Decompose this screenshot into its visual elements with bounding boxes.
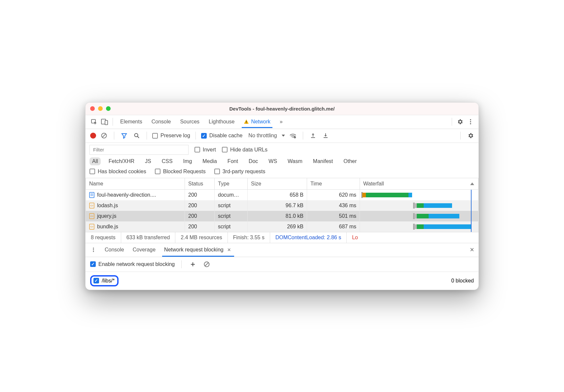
waterfall-cell	[360, 189, 478, 200]
blocked-requests-label: Blocked Requests	[163, 169, 206, 175]
tabs-overflow[interactable]: »	[279, 116, 283, 128]
svg-point-25	[93, 248, 94, 249]
checkbox-icon	[155, 169, 160, 174]
tab-network[interactable]: Network	[243, 116, 271, 128]
invert-checkbox[interactable]: Invert	[194, 147, 216, 153]
third-party-label: 3rd-party requests	[223, 169, 265, 175]
table-row[interactable]: <>lodash.js200script96.7 kB436 ms	[86, 200, 478, 211]
close-drawer-icon[interactable]: ×	[470, 245, 476, 254]
type-filter-ws[interactable]: WS	[266, 157, 280, 165]
svg-rect-4	[246, 123, 247, 123]
kebab-menu-icon[interactable]	[466, 117, 475, 126]
upload-har-icon[interactable]	[308, 131, 318, 140]
search-icon[interactable]	[132, 131, 141, 140]
drawer-tab-blocking-label: Network request blocking	[164, 247, 224, 253]
tab-sources[interactable]: Sources	[179, 116, 200, 128]
type-filter-js[interactable]: JS	[142, 157, 154, 165]
col-waterfall[interactable]: Waterfall	[360, 178, 478, 190]
col-size[interactable]: Size	[248, 178, 307, 190]
type-filter-wasm[interactable]: Wasm	[285, 157, 305, 165]
checkbox-icon	[89, 169, 95, 174]
divider	[113, 118, 113, 126]
type-filter-font[interactable]: Font	[225, 157, 241, 165]
table-row[interactable]: foul-heavenly-direction....200docum…658 …	[86, 189, 478, 200]
tab-console[interactable]: Console	[151, 116, 172, 128]
sort-asc-icon	[470, 182, 474, 185]
preserve-log-checkbox[interactable]: Preserve log	[152, 133, 190, 139]
type-cell: script	[215, 200, 248, 211]
throttling-select[interactable]: No throttling	[248, 133, 285, 139]
size-cell: 81.0 kB	[248, 211, 307, 221]
hide-data-urls-label: Hide data URLs	[230, 147, 267, 153]
toggle-device-icon[interactable]	[100, 117, 109, 126]
blocked-requests-checkbox[interactable]: Blocked Requests	[155, 169, 206, 175]
panel-tabs: Elements Console Sources Lighthouse Netw…	[86, 115, 478, 129]
close-tab-icon[interactable]: ×	[226, 246, 232, 253]
warning-icon	[244, 119, 249, 124]
pattern-checkbox[interactable]	[93, 278, 99, 283]
time-cell: 501 ms	[307, 211, 360, 221]
clear-icon[interactable]	[99, 131, 109, 140]
type-filter-media[interactable]: Media	[200, 157, 220, 165]
time-cell: 687 ms	[307, 221, 360, 232]
drawer-tab-coverage[interactable]: Coverage	[132, 244, 156, 256]
blocking-toolbar: Enable network request blocking	[86, 257, 478, 272]
inspect-element-icon[interactable]	[89, 117, 99, 126]
add-pattern-icon[interactable]	[188, 260, 197, 269]
type-filter-fetch-xhr[interactable]: Fetch/XHR	[106, 157, 137, 165]
drawer-kebab-icon[interactable]	[90, 245, 97, 254]
drawer-tab-blocking[interactable]: Network request blocking ×	[163, 244, 233, 256]
network-settings-icon[interactable]	[466, 131, 475, 140]
pattern-text[interactable]: /libs/*	[102, 278, 115, 284]
type-filter-other[interactable]: Other	[341, 157, 359, 165]
type-cell: script	[215, 211, 248, 221]
remove-all-patterns-icon[interactable]	[202, 260, 211, 269]
type-filter-img[interactable]: Img	[181, 157, 195, 165]
tab-lighthouse[interactable]: Lighthouse	[208, 116, 235, 128]
record-button[interactable]	[90, 133, 96, 139]
hide-data-urls-checkbox[interactable]: Hide data URLs	[222, 147, 267, 153]
type-filter-doc[interactable]: Doc	[246, 157, 261, 165]
download-har-icon[interactable]	[321, 131, 330, 140]
disable-cache-checkbox[interactable]: Disable cache	[201, 133, 243, 139]
col-type[interactable]: Type	[215, 178, 248, 190]
col-waterfall-label: Waterfall	[363, 181, 384, 186]
disable-cache-label: Disable cache	[209, 133, 243, 139]
drawer-tab-console[interactable]: Console	[104, 244, 125, 256]
file-icon: <>	[89, 213, 94, 219]
network-summary: 8 requests 633 kB transferred 2.4 MB res…	[86, 232, 478, 243]
col-time[interactable]: Time	[307, 178, 360, 190]
network-conditions-icon[interactable]	[288, 131, 298, 140]
has-blocked-cookies-checkbox[interactable]: Has blocked cookies	[89, 169, 146, 175]
preserve-log-label: Preserve log	[160, 133, 190, 139]
summary-load: Lo	[347, 232, 363, 243]
window-title: DevTools - foul-heavenly-direction.glitc…	[86, 106, 478, 112]
type-filter-css[interactable]: CSS	[159, 157, 175, 165]
enable-blocking-checkbox[interactable]: Enable network request blocking	[90, 261, 175, 267]
time-cell: 620 ms	[307, 189, 360, 200]
divider	[114, 132, 114, 140]
blocking-pattern-row: /libs/* 0 blocked	[86, 272, 478, 290]
time-cell: 436 ms	[307, 200, 360, 211]
type-filter-manifest[interactable]: Manifest	[310, 157, 335, 165]
table-row[interactable]: <>bundle.js200script269 kB687 ms	[86, 221, 478, 232]
file-name: foul-heavenly-direction....	[97, 192, 156, 198]
settings-icon[interactable]	[455, 117, 465, 126]
divider	[195, 132, 196, 140]
svg-point-26	[93, 249, 94, 250]
checkbox-icon	[222, 147, 228, 152]
enable-blocking-label: Enable network request blocking	[98, 261, 175, 267]
col-status[interactable]: Status	[185, 178, 215, 190]
filter-icon[interactable]	[120, 131, 129, 140]
col-name[interactable]: Name	[86, 178, 185, 190]
third-party-checkbox[interactable]: 3rd-party requests	[214, 169, 265, 175]
tab-elements[interactable]: Elements	[120, 116, 143, 128]
blocked-cookies-label: Has blocked cookies	[98, 169, 146, 175]
waterfall-cell	[360, 200, 478, 211]
summary-transferred: 633 kB transferred	[121, 232, 176, 243]
filter-input[interactable]	[89, 145, 189, 155]
table-row[interactable]: <>jquery.js200script81.0 kB501 ms	[86, 211, 478, 221]
checkbox-icon	[201, 133, 207, 139]
titlebar: DevTools - foul-heavenly-direction.glitc…	[86, 103, 478, 115]
type-filter-all[interactable]: All	[89, 157, 101, 165]
